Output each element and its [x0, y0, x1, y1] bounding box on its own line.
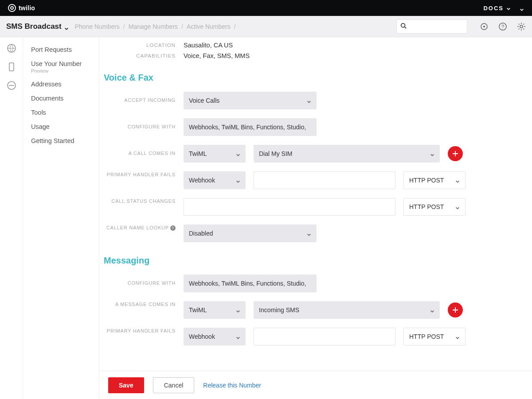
breadcrumb-item[interactable]: Phone Numbers	[75, 23, 120, 30]
account-menu-chevron-icon[interactable]	[520, 6, 524, 10]
section-messaging-title: Messaging	[104, 256, 514, 266]
select-value: HTTP POST	[409, 177, 444, 184]
select-value: TwiML	[189, 150, 207, 157]
svg-point-6	[520, 25, 523, 28]
location-value: Sausalito, CA US	[184, 42, 233, 49]
project-selector[interactable]: SMS Broadcast	[6, 22, 69, 31]
msg-comes-in-value-select[interactable]: Incoming SMS	[254, 301, 440, 319]
brand[interactable]: twilio	[8, 4, 35, 12]
debugger-icon[interactable]	[480, 22, 489, 31]
call-status-url-input[interactable]	[184, 198, 395, 216]
select-value: Webhooks, TwiML Bins, Functions, Studio,	[189, 124, 306, 131]
breadcrumb-item[interactable]: Active Numbers	[187, 23, 231, 30]
breadcrumb-sep: /	[181, 23, 183, 30]
caller-name-lookup-select[interactable]: Disabled	[184, 225, 317, 242]
select-value: Webhook	[189, 333, 215, 340]
select-value: HTTP POST	[409, 333, 444, 340]
call-status-changes-label: CALL STATUS CHANGES	[104, 198, 184, 205]
subbar: SMS Broadcast Phone Numbers / Manage Num…	[0, 16, 532, 37]
sidebar-item-tools[interactable]: Tools	[23, 105, 99, 120]
chevron-down-icon	[455, 178, 460, 182]
nav-rail	[0, 37, 23, 399]
sidebar-item-preview-badge: Preview	[23, 68, 99, 77]
chevron-down-icon	[455, 334, 460, 339]
capabilities-value: Voice, Fax, SMS, MMS	[184, 52, 250, 59]
chevron-down-icon	[307, 98, 311, 103]
select-value: Webhooks, TwiML Bins, Functions, Studio,	[189, 280, 306, 287]
chevron-down-icon	[455, 205, 460, 209]
msg-primary-handler-method-select[interactable]: HTTP POST	[403, 328, 466, 345]
search-input[interactable]	[409, 23, 463, 30]
docs-menu[interactable]: DOCS	[483, 5, 511, 12]
select-value: Voice Calls	[189, 97, 219, 104]
msg-primary-handler-url-input[interactable]	[254, 328, 395, 345]
breadcrumb-sep: /	[234, 23, 236, 30]
select-value: TwiML	[189, 306, 207, 314]
search-icon	[400, 23, 407, 31]
help-icon[interactable]: ?	[170, 225, 176, 231]
accept-incoming-select[interactable]: Voice Calls	[184, 92, 317, 109]
sidebar: Port Requests Use Your Number Preview Ad…	[23, 37, 99, 399]
project-name: SMS Broadcast	[6, 22, 62, 31]
save-button[interactable]: Save	[108, 377, 144, 393]
sim-icon[interactable]	[7, 81, 16, 90]
msg-primary-handler-fails-label: PRIMARY HANDLER FAILS	[104, 328, 184, 334]
add-call-handler-button[interactable]	[448, 146, 463, 161]
sidebar-item-getting-started[interactable]: Getting Started	[23, 134, 99, 148]
chevron-down-icon	[236, 308, 240, 312]
primary-handler-method-select[interactable]: HTTP POST	[403, 171, 466, 189]
docs-label: DOCS	[483, 5, 504, 12]
caller-name-lookup-label: CALLER NAME LOOKUP?	[104, 225, 184, 231]
chevron-down-icon	[236, 151, 240, 156]
primary-handler-fails-label: PRIMARY HANDLER FAILS	[104, 171, 184, 178]
call-status-method-select[interactable]: HTTP POST	[403, 198, 466, 216]
sidebar-item-port-requests[interactable]: Port Requests	[23, 43, 99, 57]
brand-text: twilio	[19, 4, 35, 12]
svg-rect-8	[9, 63, 14, 71]
phone-numbers-icon[interactable]	[7, 62, 16, 72]
accept-incoming-label: ACCEPT INCOMING	[104, 97, 184, 104]
chevron-down-icon	[236, 334, 240, 339]
msg-primary-handler-type-select[interactable]: Webhook	[184, 328, 246, 345]
cancel-button[interactable]: Cancel	[153, 377, 195, 393]
add-message-handler-button[interactable]	[448, 302, 463, 318]
sidebar-item-addresses[interactable]: Addresses	[23, 77, 99, 91]
select-value: Webhook	[189, 177, 215, 184]
chevron-down-icon	[430, 151, 434, 156]
call-comes-in-type-select[interactable]: TwiML	[184, 145, 246, 163]
svg-point-0	[401, 23, 405, 27]
chevron-down-icon	[506, 6, 511, 10]
breadcrumb-sep: /	[123, 23, 125, 30]
primary-handler-type-select[interactable]: Webhook	[184, 171, 246, 189]
msg-configure-with-select[interactable]: Webhooks, TwiML Bins, Functions, Studio,	[184, 275, 317, 292]
section-voice-fax-title: Voice & Fax	[104, 73, 514, 83]
svg-text:?: ?	[501, 24, 504, 29]
configure-with-label: CONFIGURE WITH	[104, 124, 184, 130]
breadcrumb: Phone Numbers / Manage Numbers / Active …	[75, 23, 390, 30]
svg-line-1	[405, 27, 407, 28]
main-content: LOCATION Sausalito, CA US CAPABILITIES V…	[99, 37, 532, 399]
help-icon[interactable]: ?	[498, 22, 507, 31]
chevron-down-icon	[430, 308, 434, 312]
search-box[interactable]	[396, 19, 467, 34]
svg-point-3	[483, 26, 485, 27]
sidebar-item-usage[interactable]: Usage	[23, 120, 99, 134]
a-call-comes-in-label: A CALL COMES IN	[104, 150, 184, 157]
chevron-down-icon	[307, 231, 311, 236]
release-number-link[interactable]: Release this Number	[203, 382, 261, 389]
msg-comes-in-type-select[interactable]: TwiML	[184, 301, 246, 319]
msg-configure-with-label: CONFIGURE WITH	[104, 280, 184, 287]
configure-with-select[interactable]: Webhooks, TwiML Bins, Functions, Studio,	[184, 118, 317, 136]
breadcrumb-item[interactable]: Manage Numbers	[129, 23, 178, 30]
sidebar-item-documents[interactable]: Documents	[23, 91, 99, 105]
home-icon[interactable]	[7, 43, 16, 53]
gear-icon[interactable]	[517, 22, 526, 31]
topbar: twilio DOCS	[0, 0, 532, 16]
select-value: HTTP POST	[409, 203, 444, 210]
chevron-down-icon	[64, 24, 69, 29]
call-comes-in-value-select[interactable]: Dial My SIM	[254, 145, 440, 163]
primary-handler-url-input[interactable]	[254, 171, 395, 189]
footer-actions: Save Cancel Release this Number	[99, 371, 532, 399]
twilio-logo-icon	[8, 4, 16, 12]
select-value: Dial My SIM	[259, 150, 292, 157]
